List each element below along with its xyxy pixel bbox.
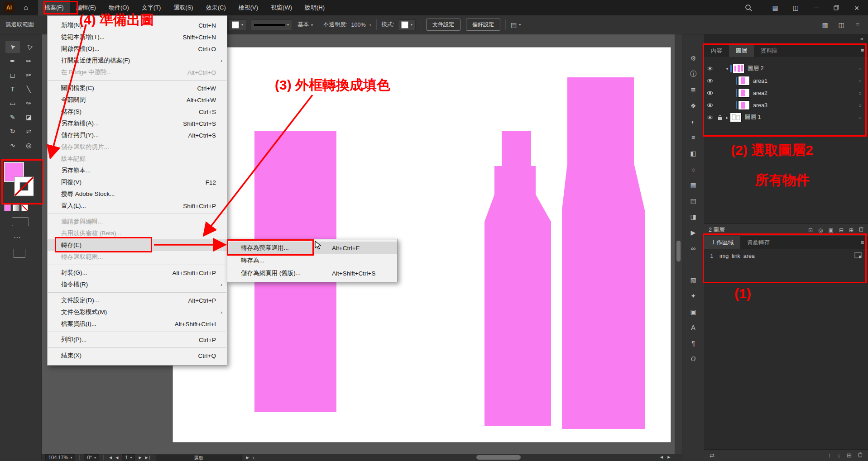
clipping-mask-icon[interactable]: ▣ xyxy=(829,227,834,233)
workspace-switcher-icon[interactable]: ◫ xyxy=(837,21,845,29)
selection-tool-button[interactable]: ➤ xyxy=(5,41,20,53)
menu-effect[interactable]: 效果(C) xyxy=(200,0,232,15)
curvature-tool-button[interactable]: ✏ xyxy=(21,55,36,67)
stroke-profile-dropdown[interactable]: ▾ xyxy=(251,19,292,30)
layer-name[interactable]: 圖層 2 xyxy=(748,65,763,72)
menu-type[interactable]: 文字(T) xyxy=(135,0,168,15)
arrange-documents-icon[interactable]: ▦ xyxy=(821,21,829,29)
scroll-right-icon[interactable]: ▶ xyxy=(667,455,675,459)
visibility-eye-icon[interactable] xyxy=(704,115,716,120)
menu-item-save-copy[interactable]: 儲存拷貝(Y)...Alt+Ctrl+S xyxy=(48,129,227,141)
artboard-number-dropdown[interactable]: 1 ▾ xyxy=(122,454,135,461)
tab-artboards[interactable]: 工作區域 xyxy=(704,236,740,249)
new-sublayer-icon[interactable]: ⊟ xyxy=(839,227,844,233)
menu-item-revert[interactable]: 回復(V)F12 xyxy=(48,176,227,188)
pen-tool-button[interactable]: ✒ xyxy=(5,55,20,67)
menu-item-exit[interactable]: 結束(X)Ctrl+Q xyxy=(48,350,227,361)
layer-row-area2[interactable]: area2 ○ xyxy=(704,87,868,99)
menu-item-print[interactable]: 列印(P)...Ctrl+P xyxy=(48,334,227,346)
artwork-bottle-2[interactable] xyxy=(562,77,645,429)
menu-item-new-from-template[interactable]: 從範本新增(T)...Shift+Ctrl+N xyxy=(48,31,227,43)
horizontal-scrollbar-thumb[interactable] xyxy=(476,455,521,460)
visibility-eye-icon[interactable] xyxy=(704,103,716,108)
target-circle-icon[interactable]: ○ xyxy=(858,103,862,108)
menu-item-save-as[interactable]: 另存新檔(A)...Shift+Ctrl+S xyxy=(48,118,227,129)
menu-item-close[interactable]: 關閉檔案(C)Ctrl+W xyxy=(48,82,227,94)
disclosure-open-icon[interactable]: ▾ xyxy=(724,67,730,71)
object-name[interactable]: area1 xyxy=(753,78,767,84)
tab-libraries[interactable]: 資料庫 xyxy=(754,44,785,57)
close-icon[interactable]: × xyxy=(853,4,861,12)
menu-item-file-info[interactable]: 檔案資訊(I)...Alt+Shift+Ctrl+I xyxy=(48,318,227,330)
properties-panel-icon[interactable]: ⚙ xyxy=(686,52,700,64)
menu-edit[interactable]: 編輯(E) xyxy=(70,0,102,15)
brush-definition-dropdown[interactable]: 基本▾ xyxy=(297,21,313,29)
line-tool-button[interactable]: ╲ xyxy=(21,83,36,95)
delete-artboard-icon[interactable] xyxy=(858,452,863,459)
menu-item-save[interactable]: 儲存(S)Ctrl+S xyxy=(48,106,227,118)
preferences-button[interactable]: 偏好設定 xyxy=(466,19,500,31)
move-down-icon[interactable]: ↓ xyxy=(838,452,841,459)
chevron-right-icon[interactable]: › xyxy=(369,22,371,28)
artboard-name[interactable]: img_link_area xyxy=(719,253,755,259)
menu-item-close-all[interactable]: 全部關閉Alt+Ctrl+W xyxy=(48,94,227,106)
direct-selection-tool-button[interactable]: ▷ xyxy=(21,41,36,53)
document-setup-button[interactable]: 文件設定 xyxy=(426,19,460,31)
menu-item-export-for-screens[interactable]: 轉存為螢幕適用...Alt+Ctrl+E xyxy=(227,242,397,254)
reflect-tool-button[interactable]: ⇌ xyxy=(21,125,36,137)
vertical-scrollbar[interactable] xyxy=(675,34,682,454)
menu-item-scripts[interactable]: 指令檔(R)› xyxy=(48,279,227,290)
align-panel-icon[interactable]: ▤ xyxy=(686,195,700,207)
menu-item-open-recent[interactable]: 打開最近使用過的檔案(F)› xyxy=(48,55,227,67)
control-bar-menu-icon[interactable]: ≡ xyxy=(854,21,862,29)
menu-item-search-adobe-stock[interactable]: 搜尋 Adobe Stock... xyxy=(48,188,227,200)
transparency-panel-icon[interactable]: ◧ xyxy=(686,147,700,159)
menu-item-place[interactable]: 置入(L)...Shift+Ctrl+P xyxy=(48,200,227,212)
vertical-scrollbar-thumb[interactable] xyxy=(676,241,681,261)
tab-properties[interactable]: 內容 xyxy=(704,44,729,57)
menu-help[interactable]: 說明(H) xyxy=(298,0,331,15)
new-layer-icon[interactable]: ⊞ xyxy=(849,227,854,233)
toolbar-options-icon[interactable]: ▤ xyxy=(511,21,517,29)
menu-item-new[interactable]: 新增(N)...Ctrl+N xyxy=(48,19,227,31)
collect-for-export-icon[interactable]: ⊡ xyxy=(808,227,813,233)
rotate-tool-button[interactable]: ↻ xyxy=(5,125,20,137)
rectangle-tool-button[interactable]: ▭ xyxy=(5,97,20,109)
pencil-tool-button[interactable]: ✎ xyxy=(5,111,20,123)
collapse-dock-icon[interactable]: « xyxy=(860,35,863,42)
menu-item-document-setup[interactable]: 文件設定(D)...Alt+Ctrl+P xyxy=(48,295,227,306)
appearance-panel-icon[interactable]: ☼ xyxy=(686,163,700,175)
info-panel-icon[interactable]: ⓘ xyxy=(686,68,700,80)
previous-artboard-icon[interactable]: ◀ xyxy=(115,456,118,460)
menu-file[interactable]: 檔案(F) xyxy=(38,0,70,15)
fill-color-dropdown[interactable]: ▾ xyxy=(229,19,246,30)
menu-object[interactable]: 物件(O) xyxy=(102,0,135,15)
rearrange-artboards-icon[interactable]: ⇄ xyxy=(710,452,715,459)
none-swatch-icon[interactable] xyxy=(21,204,28,211)
layer-row-area3[interactable]: area3 ○ xyxy=(704,99,868,111)
swatches-panel-icon[interactable]: ▦ xyxy=(686,179,700,191)
menu-select[interactable]: 選取(S) xyxy=(167,0,199,15)
type-tool-button[interactable]: T xyxy=(5,83,20,95)
object-name[interactable]: area3 xyxy=(753,102,767,109)
scissors-tool-button[interactable]: ✂ xyxy=(21,69,36,81)
status-collapse-icon[interactable]: ‹ xyxy=(253,455,254,460)
stroke-color-swatch[interactable] xyxy=(14,176,34,196)
glyphs-panel-icon[interactable]: ≣ xyxy=(686,84,700,96)
graphic-style-dropdown[interactable]: ▾ xyxy=(398,19,416,30)
target-circle-icon[interactable]: ○ xyxy=(858,66,862,71)
artboard-row[interactable]: 1 img_link_area xyxy=(704,249,868,263)
layer-row-layer2[interactable]: ▾ 圖層 2 ○ xyxy=(704,62,868,75)
zoom-level-dropdown[interactable]: 104.17% ▾ xyxy=(45,454,75,461)
search-icon[interactable] xyxy=(744,4,753,12)
paragraph-panel-icon[interactable]: ¶ xyxy=(686,337,700,349)
paintbrush-tool-button[interactable]: ✑ xyxy=(21,97,36,109)
layer-row-area1[interactable]: area1 ○ xyxy=(704,75,868,87)
symbols-panel-icon[interactable]: ❖ xyxy=(686,100,700,112)
next-artboard-icon[interactable]: ▶ xyxy=(139,456,141,460)
target-circle-icon[interactable]: ○ xyxy=(858,115,862,120)
layer-row-layer1[interactable]: ▸ 圖層 1 ○ xyxy=(704,111,868,124)
disclosure-closed-icon[interactable]: ▸ xyxy=(724,115,730,120)
menu-item-save-as-template[interactable]: 另存範本... xyxy=(48,165,227,176)
gradient-panel-icon[interactable]: ◐ xyxy=(686,116,700,128)
